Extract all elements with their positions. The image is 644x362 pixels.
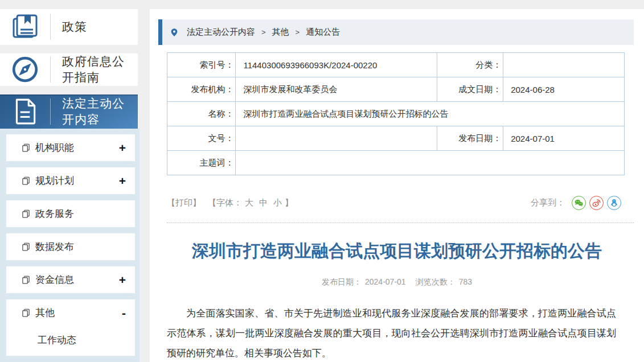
sidebar-item-label: 数据发布 [35,240,74,253]
breadcrumb-item[interactable]: 其他 [272,27,289,38]
sidebar-item-data-release[interactable]: 数据发布 [6,233,135,260]
article-date: 2024-07-01 [365,277,406,286]
weibo-share-button[interactable] [589,196,604,210]
article-views-label: 浏览次数： [416,277,456,286]
breadcrumb: 法定主动公开内容 > 其他 > 通知公告 [158,19,634,45]
written-date-label: 成文日期： [437,77,503,102]
category-value [503,53,625,77]
font-size-small-button[interactable]: 小 [273,198,282,208]
table-row: 发布机构： 深圳市发展和改革委员会 成文日期： 2024-06-28 [167,77,625,102]
sidebar-item-planning[interactable]: 规划计划 + [6,167,135,194]
sidebar-item-label: 政策 [51,19,92,35]
pages-icon [22,242,30,251]
category-label: 分类： [437,53,503,77]
publish-date-label: 发布日期： [437,126,503,151]
sidebar-item-label: 机构职能 [35,141,74,154]
sidebar-item-label: 政府信息公开指南 [51,54,138,86]
qq-share-button[interactable] [607,196,621,210]
font-size-suffix: 】 [285,198,293,208]
book-icon [0,13,50,40]
name-label: 名称： [167,102,236,126]
table-row: 索引号： 11440300693966093K/2024-00220 分类： [167,53,625,77]
sidebar-item-label: 法定主动公开内容 [51,96,138,128]
pages-icon [22,308,30,317]
sidebar-item-org-functions[interactable]: 机构职能 + [6,134,135,161]
pages-icon [22,209,30,218]
sidebar-sub-list: 机构职能 + 规划计划 + [0,129,140,362]
expand-icon[interactable]: + [119,142,126,154]
sidebar-item-policy[interactable]: 政策 [0,9,138,45]
main-panel: 法定主动公开内容 > 其他 > 通知公告 索引号： 11440300693966… [150,9,644,362]
issuing-agency-label: 发布机构： [167,77,236,102]
sidebar-item-label: 资金信息 [35,273,74,286]
table-row: 主题词： [167,151,625,175]
pin-icon [170,27,179,38]
sidebar-item-statutory-disclosure[interactable]: 法定主动公开内容 [0,94,138,129]
pages-icon [22,176,30,185]
toolbar: 【打印】 【字体： 大 中 小 】 分享到： [167,196,621,210]
article-title: 深圳市打造两业融合试点项目谋划预研公开招标的公告 [173,240,621,262]
keywords-label: 主题词： [167,151,236,175]
breadcrumb-separator: > [296,28,300,36]
issuing-agency-value: 深圳市发展和改革委员会 [236,77,437,102]
sidebar-item-gov-services[interactable]: 政务服务 [6,200,135,227]
article-meta: 发布日期：2024-07-01浏览次数：783 [150,277,644,287]
collapse-icon[interactable]: - [122,307,126,319]
breadcrumb-item[interactable]: 法定主动公开内容 [187,27,255,38]
sidebar-item-work-dynamics[interactable]: 工作动态 [6,326,135,356]
share-label: 分享到： [531,198,565,208]
page: 政策 政府信息公开指南 [0,0,644,362]
font-size-control: 【字体： 大 中 小 】 [208,198,293,208]
table-row: 名称： 深圳市打造两业融合试点项目谋划预研公开招标的公告 [167,102,625,126]
sidebar: 政策 政府信息公开指南 [0,9,140,362]
share-bar: 分享到： [531,196,621,210]
breadcrumb-separator: > [261,28,266,36]
keywords-value [236,151,625,175]
sidebar-item-label: 其他 [35,306,55,319]
document-icon [0,97,50,126]
font-size-prefix: 【字体： [208,198,242,208]
article-date-label: 发布日期： [322,277,362,286]
publish-date-value: 2024-07-01 [503,126,625,151]
name-value: 深圳市打造两业融合试点项目谋划预研公开招标的公告 [236,102,625,126]
dotted-divider [167,223,634,223]
doc-number-value [236,126,437,151]
sidebar-item-other: 其他 - 工作动态 [6,299,135,356]
article-views: 783 [459,277,472,286]
table-row: 文号： 发布日期： 2024-07-01 [167,126,625,151]
sidebar-item-label: 规划计划 [35,174,74,187]
pages-icon [22,275,30,284]
expand-icon[interactable]: + [119,175,126,187]
pages-icon [22,143,30,152]
compass-icon [0,55,50,84]
index-number-label: 索引号： [167,53,236,77]
print-button[interactable]: 【打印】 [167,198,201,208]
breadcrumb-item: 通知公告 [306,27,340,38]
sidebar-item-other-row[interactable]: 其他 - [6,299,135,326]
wechat-share-button[interactable] [572,196,586,210]
article-body: 为全面落实国家、省、市关于先进制造业和现代服务业深度融合发展的部署要求，打造两业… [167,303,616,362]
written-date-value: 2024-06-28 [503,77,625,102]
sidebar-item-funding-info[interactable]: 资金信息 + [6,266,135,293]
sidebar-item-label: 政务服务 [35,207,74,220]
metadata-table: 索引号： 11440300693966093K/2024-00220 分类： 发… [167,52,625,175]
expand-icon[interactable]: + [119,274,126,286]
index-number-value: 11440300693966093K/2024-00220 [236,53,437,77]
sidebar-item-gov-info-guide[interactable]: 政府信息公开指南 [0,54,138,86]
font-size-medium-button[interactable]: 中 [259,198,268,208]
font-size-large-button[interactable]: 大 [245,198,253,208]
doc-number-label: 文号： [167,126,236,151]
